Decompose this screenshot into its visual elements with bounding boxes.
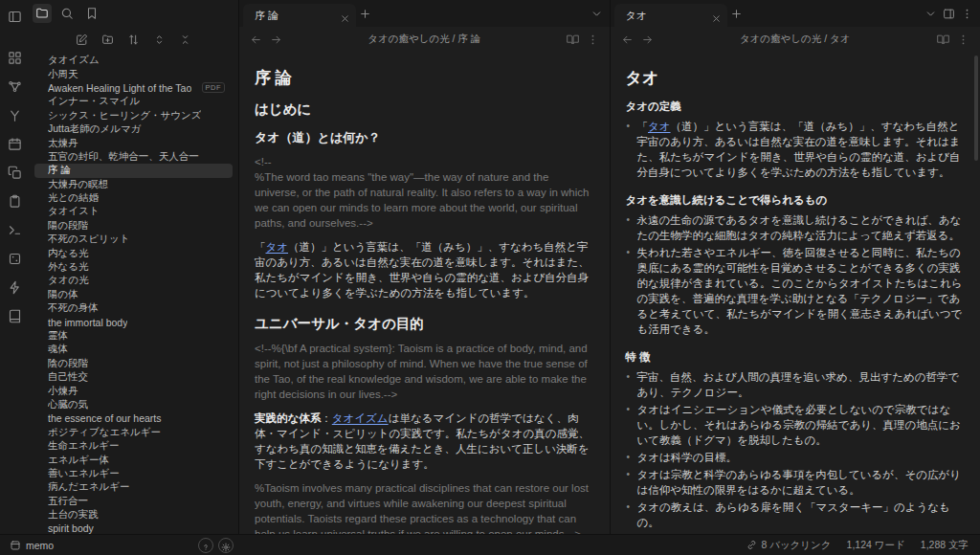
back-icon[interactable] xyxy=(247,31,265,49)
file-item[interactable]: 魂体 xyxy=(34,343,233,356)
graph-view-icon[interactable] xyxy=(5,77,25,97)
settings-icon[interactable] xyxy=(218,538,234,553)
file-item[interactable]: インナー・スマイル xyxy=(34,95,233,108)
help-icon[interactable] xyxy=(198,538,213,553)
file-label: シックス・ヒーリング・サウンズ xyxy=(48,109,201,122)
file-item[interactable]: 五行合一 xyxy=(34,495,233,508)
tab-bar-spacer xyxy=(374,0,588,27)
bookmarks-tab[interactable] xyxy=(82,4,101,23)
file-item[interactable]: spirit body xyxy=(34,522,233,534)
new-tab-icon[interactable] xyxy=(727,0,746,27)
tab-label: 序 論 xyxy=(255,9,334,23)
tab[interactable]: タオ xyxy=(614,4,727,27)
file-item[interactable]: 土台の実践 xyxy=(34,508,233,522)
forward-icon[interactable] xyxy=(638,31,657,49)
file-label: 魂体 xyxy=(48,343,68,356)
char-count[interactable]: 1,288 文字 xyxy=(921,539,969,552)
file-item[interactable]: 大煉丹の瞑想 xyxy=(34,178,233,191)
file-label: 心臓の気 xyxy=(48,398,88,411)
reading-mode-icon[interactable] xyxy=(564,31,582,49)
panel-right-icon xyxy=(943,8,955,20)
file-item[interactable]: 自己性交 xyxy=(34,370,233,384)
file-label: 五官の封印、乾坤合一、天人合一 xyxy=(48,150,199,164)
file-item[interactable]: 光との結婚 xyxy=(34,191,233,205)
command-palette-icon[interactable] xyxy=(5,278,25,298)
file-item[interactable]: the essence of our hearts xyxy=(34,411,233,425)
file-item[interactable]: 心臓の気 xyxy=(34,398,233,411)
daily-note-icon[interactable] xyxy=(5,134,25,154)
file-item[interactable]: タオの光 xyxy=(34,274,233,287)
file-item[interactable]: 五官の封印、乾坤合一、天人合一 xyxy=(34,150,233,164)
file-item[interactable]: Jutta老師のメルマガ xyxy=(34,122,233,136)
backlinks-count[interactable]: 8 バックリンク xyxy=(746,539,831,552)
clipboard-icon[interactable] xyxy=(5,191,25,211)
new-tab-icon[interactable] xyxy=(356,0,374,27)
more-options-icon[interactable] xyxy=(584,31,602,49)
window-more-icon[interactable] xyxy=(958,0,976,27)
merge-icon[interactable] xyxy=(5,105,25,125)
tab-list-icon[interactable] xyxy=(588,0,606,27)
dice-icon xyxy=(8,252,22,266)
expand-all-icon[interactable] xyxy=(150,31,168,49)
heading-h1: タオ xyxy=(626,71,964,86)
right-sidebar-toggle-icon[interactable] xyxy=(940,0,958,27)
back-icon[interactable] xyxy=(618,31,636,49)
file-item[interactable]: タオイズム xyxy=(34,54,233,67)
reading-mode-icon[interactable] xyxy=(934,31,952,49)
terminal-icon[interactable] xyxy=(5,220,25,240)
internal-link[interactable]: タオイズム xyxy=(332,412,389,424)
book-ribbon-icon[interactable] xyxy=(5,306,25,326)
close-icon[interactable] xyxy=(340,11,350,21)
tab-list-icon[interactable] xyxy=(922,0,940,27)
tab-bar-spacer xyxy=(746,0,923,27)
quick-switcher-icon[interactable] xyxy=(5,48,25,68)
new-note-icon[interactable] xyxy=(73,31,91,49)
note-content: タオタオの定義「タオ（道）」という言葉は、「道（みち）」、すなわち自然と宇宙のあ… xyxy=(611,52,980,534)
word-count[interactable]: 1,124 ワード xyxy=(847,539,905,552)
sort-order-icon[interactable] xyxy=(124,31,143,49)
file-item[interactable]: 善いエネルギー xyxy=(34,467,233,480)
panel-left-icon[interactable] xyxy=(5,7,25,27)
file-item[interactable]: シックス・ヒーリング・サウンズ xyxy=(34,109,233,122)
file-item[interactable]: 小周天 xyxy=(34,67,233,80)
templates-icon[interactable] xyxy=(5,163,25,183)
file-item[interactable]: 内なる光 xyxy=(34,246,233,259)
new-folder-icon[interactable] xyxy=(99,31,117,49)
files-tab[interactable] xyxy=(33,4,52,23)
search-tab[interactable] xyxy=(57,4,77,23)
file-label: エネルギー体 xyxy=(48,454,109,467)
heading-h2: ユニバーサル・タオの目的 xyxy=(255,316,592,331)
html-comment: <!--%{\bf A practical system}: Taoism is… xyxy=(255,341,592,402)
file-item[interactable]: ポジティブなエネルギー xyxy=(34,426,233,439)
more-options-icon[interactable] xyxy=(954,31,972,49)
file-label: 自己性交 xyxy=(48,370,88,384)
vault-name[interactable]: memo xyxy=(26,540,54,551)
internal-link[interactable]: タオ xyxy=(266,241,289,253)
file-item[interactable]: 陰の段階 xyxy=(34,357,233,370)
scrollbar[interactable] xyxy=(974,56,978,161)
view-header: タオの癒やしの光 / タオ xyxy=(611,27,980,52)
file-item[interactable]: エネルギー体 xyxy=(34,453,233,466)
list-item: あらゆる宗教の教えと同様に、人々の生活を助ける。 xyxy=(626,532,964,534)
tab[interactable]: 序 論 xyxy=(243,4,356,27)
internal-link[interactable]: タオ xyxy=(648,121,671,132)
file-item[interactable]: 小煉丹 xyxy=(34,384,233,397)
file-item[interactable]: 病んだエネルギー xyxy=(34,480,233,494)
file-item[interactable]: the immortal body xyxy=(34,315,233,328)
file-item[interactable]: 不死の身体 xyxy=(34,301,233,315)
file-item[interactable]: 太煉丹 xyxy=(34,136,233,149)
file-item[interactable]: タオイスト xyxy=(34,205,233,218)
collapse-all-icon[interactable] xyxy=(176,31,194,49)
close-icon[interactable] xyxy=(711,11,722,21)
forward-icon[interactable] xyxy=(267,31,285,49)
file-item[interactable]: 陽の体 xyxy=(34,288,233,301)
file-item[interactable]: Awaken Healing Light of the TaoPDF xyxy=(34,81,233,95)
left-sidebar: タオイズム小周天Awaken Healing Light of the TaoP… xyxy=(29,0,239,534)
file-item[interactable]: 霊体 xyxy=(34,329,233,343)
file-item[interactable]: 外なる光 xyxy=(34,260,233,274)
file-item[interactable]: 生命エネルギー xyxy=(34,439,233,453)
file-item[interactable]: 陽の段階 xyxy=(34,219,233,233)
random-note-icon[interactable] xyxy=(5,249,25,269)
file-item[interactable]: 不死のスピリット xyxy=(34,233,233,246)
file-item[interactable]: 序 論 xyxy=(34,164,233,177)
